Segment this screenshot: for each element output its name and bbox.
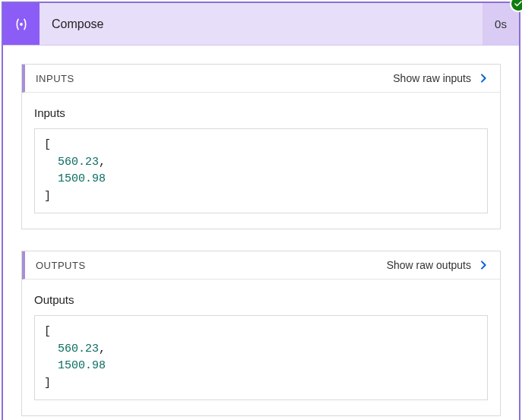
inputs-header-label: INPUTS bbox=[36, 73, 74, 84]
outputs-section: OUTPUTS Show raw outputs Outputs [ 560.2… bbox=[21, 251, 501, 416]
compose-icon bbox=[3, 3, 40, 45]
inputs-section-header: INPUTS Show raw inputs bbox=[22, 65, 500, 93]
outputs-value-1: 1500.98 bbox=[58, 359, 106, 372]
chevron-right-icon bbox=[477, 259, 489, 271]
card-header[interactable]: Compose 0s bbox=[3, 3, 519, 46]
card-body: INPUTS Show raw inputs Inputs [ 560.23, … bbox=[3, 46, 519, 420]
check-icon bbox=[514, 0, 522, 8]
outputs-section-header: OUTPUTS Show raw outputs bbox=[22, 251, 500, 279]
inputs-value-1: 1500.98 bbox=[58, 172, 106, 185]
outputs-code-box: [ 560.23, 1500.98 ] bbox=[34, 315, 488, 400]
inputs-section-body: Inputs [ 560.23, 1500.98 ] bbox=[22, 93, 500, 229]
show-raw-outputs-label: Show raw outputs bbox=[387, 259, 471, 271]
inputs-section: INPUTS Show raw inputs Inputs [ 560.23, … bbox=[21, 64, 501, 229]
inputs-code-box: [ 560.23, 1500.98 ] bbox=[34, 128, 488, 213]
outputs-sub-label: Outputs bbox=[34, 293, 488, 306]
compose-action-card: Compose 0s INPUTS Show raw inputs Inputs… bbox=[2, 2, 520, 420]
outputs-header-label: OUTPUTS bbox=[36, 260, 86, 271]
inputs-sub-label: Inputs bbox=[34, 106, 488, 119]
show-raw-outputs-button[interactable]: Show raw outputs bbox=[387, 259, 489, 271]
show-raw-inputs-label: Show raw inputs bbox=[393, 72, 471, 84]
show-raw-inputs-button[interactable]: Show raw inputs bbox=[393, 72, 489, 84]
svg-point-0 bbox=[21, 23, 22, 24]
chevron-right-icon bbox=[477, 72, 489, 84]
inputs-value-0: 560.23 bbox=[58, 156, 99, 169]
outputs-value-0: 560.23 bbox=[58, 343, 99, 355]
outputs-section-body: Outputs [ 560.23, 1500.98 ] bbox=[22, 279, 500, 415]
card-title: Compose bbox=[40, 3, 482, 45]
